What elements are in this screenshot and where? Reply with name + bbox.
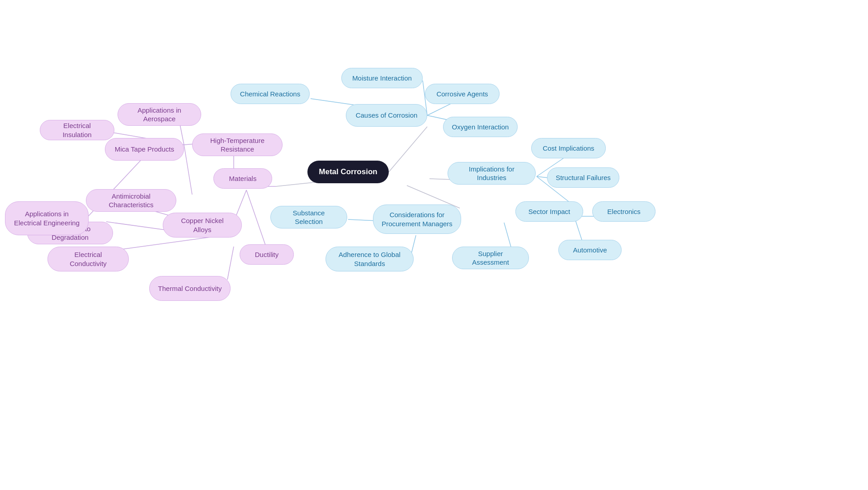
materials-node[interactable]: Materials	[213, 168, 272, 189]
sector-impact-node[interactable]: Sector Impact	[515, 201, 583, 222]
cost-implications-node[interactable]: Cost Implications	[531, 138, 606, 158]
corrosive-agents-node[interactable]: Corrosive Agents	[425, 84, 500, 104]
svg-line-23	[184, 145, 192, 195]
apps-electrical-node[interactable]: Applications in Electrical Engineering	[5, 201, 89, 235]
svg-line-0	[389, 127, 427, 172]
oxygen-interaction-node[interactable]: Oxygen Interaction	[443, 117, 518, 137]
high-temp-node[interactable]: High-Temperature Resistance	[192, 133, 283, 156]
antimicrobial-node[interactable]: Antimicrobial Characteristics	[86, 189, 176, 212]
svg-line-26	[227, 247, 234, 280]
ductility-node[interactable]: Ductility	[240, 244, 294, 265]
substance-selection-node[interactable]: Substance Selection	[270, 206, 347, 228]
automotive-node[interactable]: Automotive	[558, 240, 622, 260]
mica-tape-node[interactable]: Mica Tape Products	[105, 138, 184, 161]
implications-industries-node[interactable]: Implications for Industries	[448, 162, 536, 185]
electrical-conductivity-node[interactable]: Electrical Conductivity	[47, 247, 129, 271]
moisture-interaction-node[interactable]: Moisture Interaction	[341, 68, 423, 88]
considerations-procurement-node[interactable]: Considerations for Procurement Managers	[373, 205, 461, 234]
chemical-reactions-node[interactable]: Chemical Reactions	[231, 84, 310, 104]
center-node[interactable]: Metal Corrosion	[307, 161, 389, 183]
structural-failures-node[interactable]: Structural Failures	[547, 167, 619, 188]
causes-of-corrosion-node[interactable]: Causes of Corrosion	[346, 104, 427, 127]
supplier-assessment-node[interactable]: Supplier Assessment	[452, 247, 529, 269]
svg-line-19	[246, 190, 267, 249]
thermal-conductivity-node[interactable]: Thermal Conductivity	[149, 276, 231, 301]
adherence-global-node[interactable]: Adherence to Global Standards	[326, 247, 414, 271]
applications-aerospace-node[interactable]: Applications in Aerospace	[118, 103, 201, 126]
electrical-insulation-node[interactable]: Electrical Insulation	[40, 120, 114, 140]
copper-nickel-node[interactable]: Copper Nickel Alloys	[163, 213, 242, 238]
electronics-node[interactable]: Electronics	[592, 201, 656, 222]
svg-line-15	[504, 223, 511, 247]
